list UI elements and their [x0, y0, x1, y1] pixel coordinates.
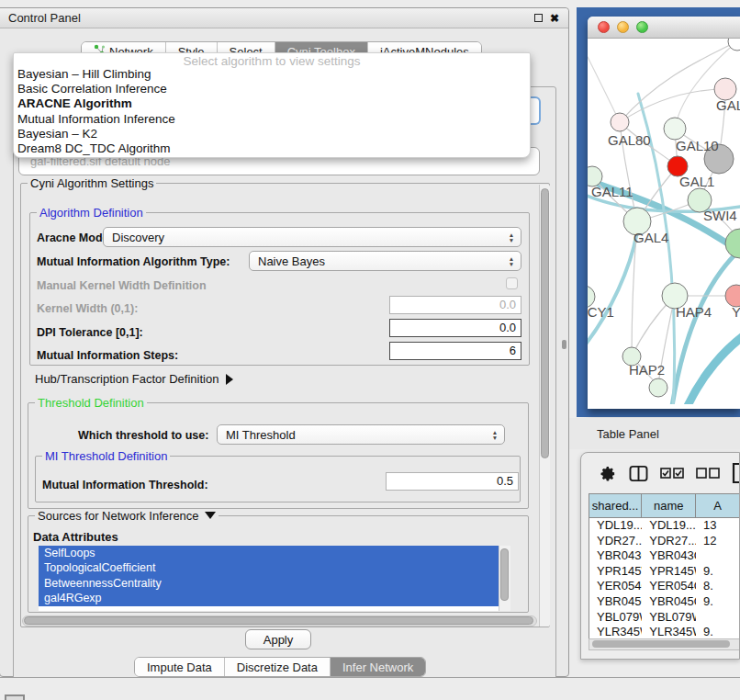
network-window-titlebar[interactable]	[588, 17, 740, 39]
network-node[interactable]	[728, 39, 740, 51]
deselect-checkboxes-icon[interactable]	[696, 467, 720, 480]
cyni-bottom-tabs: Impute DataDiscretize DataInfer Network	[134, 657, 426, 677]
algorithm-option[interactable]: Basic Correlation Inference	[14, 82, 530, 96]
table-row[interactable]: YLR345WYLR345W9.	[589, 625, 740, 638]
network-node[interactable]	[664, 118, 686, 140]
table-row[interactable]: YDR27...YDR27...12	[589, 534, 740, 549]
attribute-list-item[interactable]: SelfLoops	[39, 546, 510, 560]
control-panel-titlebar: Control Panel ✖	[0, 8, 568, 28]
mi-type-value: Naive Bayes	[250, 254, 504, 268]
dock-mini-icon[interactable]	[5, 694, 25, 700]
close-icon[interactable]: ✖	[550, 13, 559, 24]
network-node-label: HAP2	[629, 362, 665, 378]
attribute-table: shared...nameA YDL19...YDL19...13YDR27..…	[589, 493, 740, 638]
network-view-frame: GALGAL80GAL10GAL1GAL11SWI4GAL4GCY1HAP4YH…	[577, 7, 740, 417]
data-attributes-label: Data Attributes	[33, 530, 118, 544]
mi-steps-label: Mutual Information Steps:	[37, 349, 178, 362]
network-node-label: GAL1	[679, 174, 714, 189]
algorithm-option[interactable]: Dream8 DC_TDC Algorithm	[14, 141, 530, 156]
manual-kernel-label: Manual Kernel Width Definition	[37, 279, 207, 292]
network-node-label: Y	[732, 304, 740, 320]
table-row[interactable]: YBR043CYBR043C	[589, 548, 740, 564]
dpi-tolerance-field[interactable]: 0.0	[389, 319, 521, 337]
combo-arrows-icon: ▲▼	[504, 256, 521, 266]
network-node[interactable]	[611, 113, 629, 131]
tab-impute-data[interactable]: Impute Data	[135, 658, 225, 676]
settings-vscrollbar-thumb[interactable]	[541, 188, 549, 458]
table-column-header[interactable]: name	[642, 494, 696, 517]
combo-arrows-icon: ▲▼	[504, 232, 521, 243]
mac-minimize-icon[interactable]	[617, 21, 629, 33]
network-node[interactable]	[725, 229, 740, 258]
table-column-header[interactable]: A	[696, 494, 740, 517]
network-node-label: GCY1	[588, 304, 614, 320]
manual-kernel-checkbox[interactable]	[506, 277, 518, 289]
which-threshold-value: MI Threshold	[218, 428, 488, 442]
table-row[interactable]: YPR145WYPR145W9.	[589, 564, 740, 580]
sources-title[interactable]: Sources for Network Inference	[35, 509, 219, 523]
network-edge	[588, 57, 620, 122]
columns-icon[interactable]	[629, 465, 648, 482]
algorithm-option[interactable]: Bayesian – K2	[14, 127, 530, 141]
table-column-header[interactable]: shared...	[589, 494, 642, 517]
attribute-list-item[interactable]: gal4RGexp	[39, 591, 510, 605]
mi-threshold-field[interactable]: 0.5	[386, 472, 519, 491]
mi-steps-field[interactable]: 6	[389, 342, 521, 360]
network-canvas[interactable]: GALGAL80GAL10GAL1GAL11SWI4GAL4GCY1HAP4YH…	[588, 39, 740, 404]
which-threshold-combo[interactable]: MI Threshold ▲▼	[217, 424, 505, 445]
tab-discretize-data[interactable]: Discretize Data	[225, 658, 331, 676]
data-attributes-list[interactable]: SelfLoopsTopologicalCoefficientBetweenne…	[39, 546, 510, 611]
table-row[interactable]: YER054CYER054C8.	[589, 579, 740, 594]
network-window[interactable]: GALGAL80GAL10GAL1GAL11SWI4GAL4GCY1HAP4YH…	[588, 17, 740, 409]
algorithm-option[interactable]: Mutual Information Inference	[14, 112, 530, 127]
select-all-checkboxes-icon[interactable]	[660, 467, 684, 480]
algorithm-definition-title: Algorithm Definition	[37, 206, 146, 220]
mi-threshold-definition-title: MI Threshold Definition	[42, 449, 170, 463]
gear-icon[interactable]	[600, 465, 617, 482]
algorithm-dropdown-placeholder: Select algorithm to view settings	[14, 53, 530, 67]
network-edge	[687, 334, 740, 404]
kernel-width-field[interactable]: 0.0	[389, 296, 521, 314]
network-node[interactable]	[649, 378, 667, 397]
float-window-icon[interactable]	[534, 14, 543, 22]
hub-definition-toggle[interactable]: Hub/Transcription Factor Definition	[35, 372, 233, 386]
mi-threshold-label: Mutual Information Threshold:	[42, 479, 208, 491]
network-svg: GALGAL80GAL10GAL1GAL11SWI4GAL4GCY1HAP4YH…	[588, 39, 740, 404]
network-node-label: SWI4	[703, 208, 737, 223]
network-node-label: HAP4	[676, 304, 712, 320]
table-hscrollbar-thumb[interactable]	[592, 640, 730, 648]
settings-hscrollbar-thumb[interactable]	[24, 616, 533, 625]
panel-divider-handle[interactable]	[562, 340, 566, 349]
expand-right-icon	[226, 374, 233, 385]
mac-close-icon[interactable]	[598, 21, 610, 33]
which-threshold-label: Which threshold to use:	[78, 429, 208, 442]
attribute-list-item[interactable]: TopologicalCoefficient	[39, 560, 510, 575]
algorithm-option[interactable]: Bayesian – Hill Climbing	[14, 67, 530, 82]
collapse-down-icon	[205, 512, 216, 519]
algorithm-option[interactable]: ARACNE Algorithm	[14, 96, 530, 111]
mi-type-combo[interactable]: Naive Bayes ▲▼	[249, 251, 521, 271]
mac-zoom-icon[interactable]	[636, 21, 648, 33]
attribute-list-item[interactable]: BetweennessCentrality	[39, 576, 510, 591]
algorithm-dropdown: Select algorithm to view settings Bayesi…	[13, 52, 531, 158]
table-row[interactable]: YBL079WYBL079W	[589, 610, 740, 626]
table-panel-title: Table Panel	[569, 427, 659, 441]
table-panel-window: shared...nameA YDL19...YDL19...13YDR27..…	[580, 452, 740, 660]
kernel-width-label: Kernel Width (0,1):	[37, 302, 138, 315]
aracne-mode-label: Aracne Mode:	[37, 231, 113, 244]
attributes-scrollbar-thumb[interactable]	[500, 548, 509, 601]
network-edge	[588, 227, 638, 351]
table-row[interactable]: YDL19...YDL19...13	[589, 518, 740, 534]
tab-infer-network[interactable]: Infer Network	[331, 658, 425, 676]
network-node-label: GAL4	[633, 230, 668, 245]
hub-definition-label: Hub/Transcription Factor Definition	[35, 372, 219, 386]
dpi-tolerance-label: DPI Tolerance [0,1]:	[37, 326, 143, 339]
aracne-mode-combo[interactable]: Discovery ▲▼	[103, 227, 521, 247]
table-body: YDL19...YDL19...13YDR27...YDR27...12YBR0…	[589, 518, 740, 638]
control-panel-title: Control Panel	[0, 11, 81, 25]
export-table-icon[interactable]	[732, 462, 740, 484]
apply-button[interactable]: Apply	[245, 629, 311, 649]
network-node-label: GAL10	[676, 138, 719, 153]
combo-arrows-icon: ▲▼	[488, 430, 504, 440]
table-row[interactable]: YBR045CYBR045C9.	[589, 594, 740, 610]
